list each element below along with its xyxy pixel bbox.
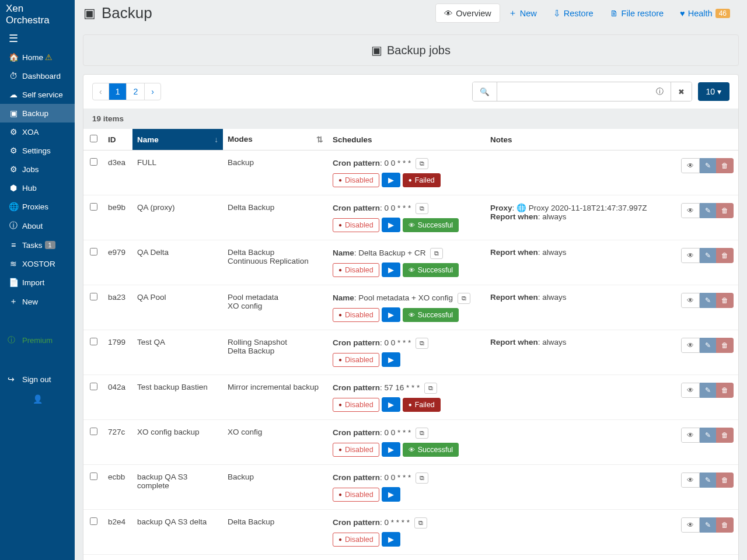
tab-overview[interactable]: 👁Overview — [435, 4, 500, 23]
disabled-button[interactable]: Disabled — [333, 488, 379, 502]
select-all-checkbox[interactable] — [90, 135, 97, 142]
disabled-button[interactable]: Disabled — [333, 218, 379, 232]
sidebar-item-new[interactable]: ＋New — [0, 292, 75, 312]
play-button[interactable]: ▶ — [382, 262, 400, 277]
tab-file-restore[interactable]: 🗎File restore — [602, 4, 672, 23]
play-button[interactable]: ▶ — [382, 173, 400, 187]
status-successful[interactable]: Successful — [403, 443, 459, 457]
edit-icon[interactable]: ✎ — [700, 473, 716, 488]
disabled-button[interactable]: Disabled — [333, 398, 379, 412]
sidebar-item-jobs[interactable]: ⚙Jobs — [0, 160, 75, 178]
row-checkbox[interactable] — [90, 203, 97, 211]
menu-toggle-icon[interactable]: ☰ — [0, 29, 75, 48]
sidebar-item-xostor[interactable]: ≋XOSTOR — [0, 254, 75, 273]
row-checkbox[interactable] — [90, 158, 97, 166]
play-button[interactable]: ▶ — [382, 307, 400, 322]
copy-icon[interactable]: ⧉ — [416, 473, 428, 484]
premium-link[interactable]: ⓘ Premium — [0, 329, 75, 351]
disabled-button[interactable]: Disabled — [333, 173, 379, 187]
row-checkbox[interactable] — [90, 248, 97, 256]
row-checkbox[interactable] — [90, 338, 97, 345]
search-icon[interactable]: 🔍 — [473, 82, 497, 101]
view-icon[interactable]: 👁 — [681, 517, 700, 533]
view-icon[interactable]: 👁 — [681, 473, 700, 488]
view-icon[interactable]: 👁 — [681, 248, 700, 263]
row-checkbox[interactable] — [90, 473, 97, 480]
page-size-dropdown[interactable]: 10 ▾ — [698, 82, 729, 101]
copy-icon[interactable]: ⧉ — [416, 338, 428, 349]
sidebar-item-settings[interactable]: ⚙Settings — [0, 141, 75, 160]
col-modes[interactable]: Modes ⇅ — [223, 129, 328, 150]
copy-icon[interactable]: ⧉ — [416, 428, 428, 439]
status-successful[interactable]: Successful — [403, 308, 459, 322]
view-icon[interactable]: 👁 — [681, 338, 700, 353]
delete-icon[interactable]: 🗑 — [716, 293, 734, 308]
copy-icon[interactable]: ⧉ — [416, 203, 428, 214]
status-successful[interactable]: Successful — [403, 218, 459, 232]
disabled-button[interactable]: Disabled — [333, 353, 379, 367]
search-clear-icon[interactable]: ✖ — [671, 82, 692, 101]
copy-icon[interactable]: ⧉ — [416, 158, 428, 169]
play-button[interactable]: ▶ — [382, 218, 400, 232]
view-icon[interactable]: 👁 — [681, 293, 700, 308]
view-icon[interactable]: 👁 — [681, 428, 700, 443]
edit-icon[interactable]: ✎ — [700, 203, 716, 218]
disabled-button[interactable]: Disabled — [333, 263, 379, 277]
play-button[interactable]: ▶ — [382, 532, 400, 547]
edit-icon[interactable]: ✎ — [700, 383, 716, 398]
disabled-button[interactable]: Disabled — [333, 533, 379, 547]
signout-link[interactable]: ↪ Sign out — [0, 369, 75, 390]
delete-icon[interactable]: 🗑 — [716, 338, 734, 353]
page-next[interactable]: › — [145, 83, 160, 100]
sidebar-item-import[interactable]: 📄Import — [0, 273, 75, 292]
disabled-button[interactable]: Disabled — [333, 308, 379, 322]
edit-icon[interactable]: ✎ — [700, 517, 716, 533]
sidebar-item-xoa[interactable]: ⚙XOA — [0, 123, 75, 141]
play-button[interactable]: ▶ — [382, 397, 400, 412]
row-checkbox[interactable] — [90, 517, 97, 525]
sidebar-item-backup[interactable]: ▣Backup — [0, 104, 75, 123]
sidebar-item-hub[interactable]: ⬢Hub — [0, 178, 75, 197]
row-checkbox[interactable] — [90, 293, 97, 300]
search-input[interactable] — [497, 82, 649, 101]
sidebar-item-about[interactable]: ⓘAbout — [0, 216, 75, 236]
delete-icon[interactable]: 🗑 — [716, 383, 734, 398]
status-successful[interactable]: Successful — [403, 263, 459, 277]
edit-icon[interactable]: ✎ — [700, 338, 716, 353]
row-checkbox[interactable] — [90, 383, 97, 390]
tab-restore[interactable]: ⇩Restore — [545, 4, 602, 23]
delete-icon[interactable]: 🗑 — [716, 158, 734, 173]
delete-icon[interactable]: 🗑 — [716, 248, 734, 263]
search-info-icon[interactable]: ⓘ — [649, 82, 671, 101]
view-icon[interactable]: 👁 — [681, 158, 700, 173]
disabled-button[interactable]: Disabled — [333, 443, 379, 457]
play-button[interactable]: ▶ — [382, 442, 400, 457]
edit-icon[interactable]: ✎ — [700, 248, 716, 263]
copy-icon[interactable]: ⧉ — [424, 383, 437, 394]
sidebar-item-dashboard[interactable]: ⏱Dashboard — [0, 66, 75, 85]
edit-icon[interactable]: ✎ — [700, 158, 716, 173]
sidebar-item-self-service[interactable]: ☁Self service — [0, 85, 75, 104]
play-button[interactable]: ▶ — [382, 487, 400, 502]
col-id[interactable]: ID — [103, 129, 132, 150]
copy-icon[interactable]: ⧉ — [458, 293, 470, 304]
page-1[interactable]: 1 — [109, 83, 127, 100]
col-name[interactable]: Name ↓ — [132, 129, 223, 150]
row-checkbox[interactable] — [90, 428, 97, 435]
tab-new[interactable]: ＋New — [500, 4, 545, 23]
sidebar-item-home[interactable]: 🏠Home⚠ — [0, 48, 75, 66]
sidebar-item-tasks[interactable]: ≡Tasks1 — [0, 236, 75, 254]
delete-icon[interactable]: 🗑 — [716, 428, 734, 443]
delete-icon[interactable]: 🗑 — [716, 203, 734, 218]
play-button[interactable]: ▶ — [382, 352, 400, 367]
view-icon[interactable]: 👁 — [681, 383, 700, 398]
copy-icon[interactable]: ⧉ — [430, 248, 443, 259]
user-icon[interactable]: 👤 — [0, 390, 75, 408]
sidebar-item-proxies[interactable]: 🌐Proxies — [0, 197, 75, 216]
status-failed[interactable]: Failed — [403, 398, 441, 412]
page-2[interactable]: 2 — [127, 83, 145, 100]
status-failed[interactable]: Failed — [403, 173, 441, 187]
tab-health[interactable]: ♥Health46 — [672, 4, 738, 23]
edit-icon[interactable]: ✎ — [700, 293, 716, 308]
edit-icon[interactable]: ✎ — [700, 428, 716, 443]
